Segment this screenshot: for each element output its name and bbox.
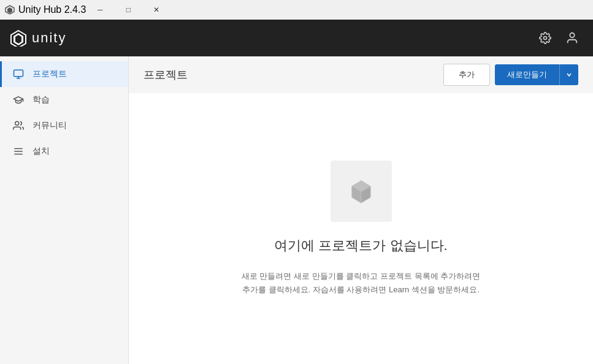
app-icon xyxy=(5,5,15,15)
empty-state: 여기에 프로젝트가 없습니다. 새로 만들려면 새로 만들기를 클릭하고 프로젝… xyxy=(214,136,508,321)
installs-icon xyxy=(12,146,25,157)
sidebar-item-installs[interactable]: 설치 xyxy=(0,138,128,164)
sidebar-item-projects[interactable]: 프로젝트 xyxy=(0,61,128,87)
settings-button[interactable] xyxy=(534,27,556,49)
new-project-button[interactable]: 새로만들기 xyxy=(495,64,559,85)
sidebar: 프로젝트 학습 xyxy=(0,56,129,364)
learn-icon xyxy=(12,94,25,105)
sidebar-item-community[interactable]: 커뮤니티 xyxy=(0,113,128,138)
empty-title: 여기에 프로젝트가 없습니다. xyxy=(274,237,447,255)
cube-icon xyxy=(331,161,392,222)
svg-point-8 xyxy=(15,121,19,125)
sidebar-label-community: 커뮤니티 xyxy=(33,120,67,131)
window-title: Unity Hub 2.4.3 xyxy=(18,4,86,15)
main-layout: 프로젝트 학습 xyxy=(0,56,593,364)
content-header: 프로젝트 추가 새로만들기 xyxy=(129,56,593,93)
sidebar-label-learn: 학습 xyxy=(33,94,50,105)
app-container: unity xyxy=(0,20,593,364)
unity-logo-icon xyxy=(10,29,27,47)
empty-description: 새로 만들려면 새로 만들기를 클릭하고 프로젝트 목록에 추가하려면 추가를 … xyxy=(239,270,484,297)
gear-icon xyxy=(539,32,551,44)
projects-icon xyxy=(12,69,25,80)
chevron-down-icon xyxy=(566,72,572,78)
window-controls: ─ □ ✕ xyxy=(86,0,170,20)
new-project-group: 새로만들기 xyxy=(495,64,578,85)
unity-text: unity xyxy=(32,30,66,46)
page-title: 프로젝트 xyxy=(143,67,443,82)
content-area: 프로젝트 추가 새로만들기 xyxy=(129,56,593,364)
content-body: 여기에 프로젝트가 없습니다. 새로 만들려면 새로 만들기를 클릭하고 프로젝… xyxy=(129,93,593,364)
new-project-dropdown-button[interactable] xyxy=(559,64,578,85)
svg-marker-1 xyxy=(7,7,12,13)
app-header: unity xyxy=(0,20,593,56)
sidebar-label-installs: 설치 xyxy=(33,146,50,157)
close-button[interactable]: ✕ xyxy=(142,0,170,20)
title-bar: Unity Hub 2.4.3 ─ □ ✕ xyxy=(0,0,593,20)
sidebar-item-learn[interactable]: 학습 xyxy=(0,87,128,113)
svg-point-6 xyxy=(570,33,574,37)
svg-point-5 xyxy=(544,37,547,40)
community-icon xyxy=(12,120,25,131)
minimize-button[interactable]: ─ xyxy=(86,0,114,20)
person-icon xyxy=(565,31,579,45)
cube-svg xyxy=(343,173,380,210)
add-button[interactable]: 추가 xyxy=(443,64,490,86)
account-button[interactable] xyxy=(561,27,583,49)
maximize-button[interactable]: □ xyxy=(114,0,142,20)
sidebar-label-projects: 프로젝트 xyxy=(33,69,67,80)
svg-rect-7 xyxy=(14,70,23,77)
app-logo: unity xyxy=(10,29,66,47)
